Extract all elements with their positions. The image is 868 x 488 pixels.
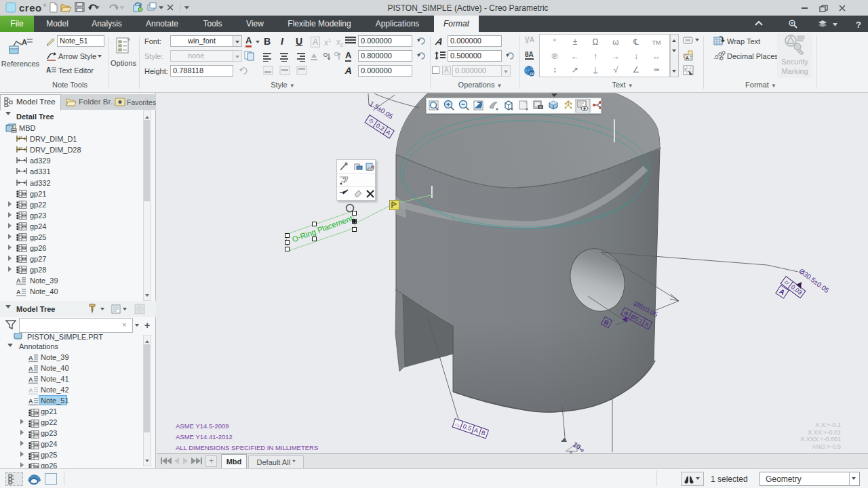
svg-text:A: A [22,38,27,46]
svg-text:xx: xx [19,146,23,150]
svg-text:A: A [46,66,51,74]
svg-text:creo: creo [19,2,42,14]
svg-text:?: ? [342,177,347,184]
svg-text:?: ? [856,20,861,30]
svg-text:A: A [28,387,33,394]
svg-text:A: A [28,398,33,405]
svg-text:A: A [16,277,21,284]
svg-text:A: A [28,365,33,372]
svg-text:xx: xx [19,135,23,139]
svg-text:A: A [16,289,21,296]
svg-text:x: x [684,67,686,71]
svg-text:A: A [28,376,33,383]
svg-text:A: A [686,56,689,60]
svg-text:.0: .0 [713,54,719,60]
svg-text:®: ® [43,3,47,7]
svg-text:GO: GO [530,72,535,76]
svg-text:A: A [28,354,33,361]
